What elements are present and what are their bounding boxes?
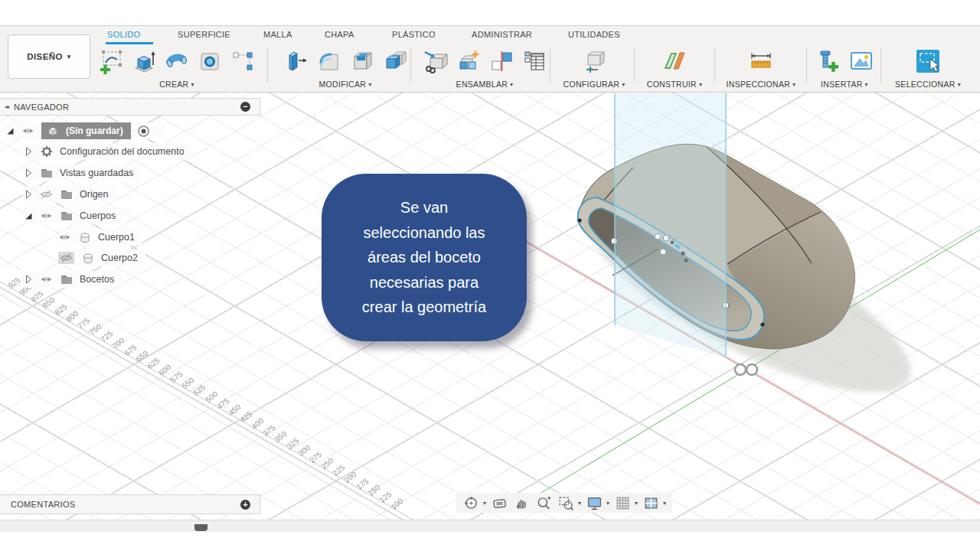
group-label-seleccionar[interactable]: SELECCIONAR▾ — [895, 80, 961, 89]
group-ensamblar: ENSAMBLAR▾ — [420, 45, 550, 89]
chevron-down-icon[interactable]: ▾ — [483, 500, 486, 507]
comments-header[interactable]: COMENTARIOS + — [0, 494, 260, 514]
root-component[interactable]: (Sin guardar) — [41, 122, 131, 139]
group-divider — [880, 47, 881, 83]
group-divider — [806, 47, 807, 83]
expanded-twisty-icon[interactable] — [23, 211, 34, 220]
press-pull-icon[interactable] — [282, 46, 311, 77]
group-label-construir[interactable]: CONSTRUIR▾ — [647, 80, 702, 89]
gear-icon — [40, 145, 53, 158]
collapsed-twisty-icon[interactable] — [23, 275, 34, 284]
tree-row-cuerpo2[interactable]: Cuerpo2 — [58, 249, 145, 266]
sketch-plane[interactable] — [615, 93, 726, 358]
group-divider — [714, 47, 715, 83]
group-seleccionar: SELECCIONAR▾ — [890, 45, 966, 89]
tree-row-origen[interactable]: Origen — [23, 186, 116, 203]
group-label-ensamblar[interactable]: ENSAMBLAR▾ — [456, 80, 514, 89]
group-inspeccionar: INSPECCIONAR▾ — [718, 45, 804, 89]
design-workspace-button[interactable]: DISEÑO ▾ — [8, 34, 90, 79]
tab-utilidades[interactable]: UTILIDADES — [568, 30, 620, 39]
derive-icon[interactable] — [421, 46, 450, 77]
hole-icon[interactable] — [195, 46, 224, 77]
group-divider — [550, 47, 550, 83]
group-label-insertar[interactable]: INSERTAR▾ — [821, 80, 868, 89]
construction-plane-icon[interactable] — [660, 46, 689, 77]
group-label-modificar[interactable]: MODIFICAR▾ — [319, 80, 372, 89]
group-configurar: CONFIGURAR▾ — [556, 45, 632, 89]
callout-line: crear la geometría — [362, 295, 486, 320]
tree-row-vistas[interactable]: Vistas guardadas — [23, 165, 141, 181]
eye-visible-icon[interactable] — [40, 211, 53, 220]
new-component-icon[interactable] — [454, 46, 483, 77]
collapsed-twisty-icon[interactable] — [23, 168, 34, 178]
fillet-icon[interactable] — [315, 46, 344, 77]
tab-plastico[interactable]: PLÁSTICO — [392, 30, 436, 39]
eye-hidden-icon[interactable] — [58, 252, 74, 264]
tab-superficie[interactable]: SUPERFICIE — [178, 30, 230, 39]
chevron-down-icon: ▾ — [792, 81, 795, 88]
revolve-icon[interactable] — [162, 46, 191, 77]
eye-visible-icon[interactable] — [58, 233, 71, 242]
expanded-twisty-icon[interactable] — [5, 126, 15, 135]
zoom-window-icon[interactable] — [556, 494, 577, 513]
look-at-icon[interactable] — [489, 494, 510, 513]
group-label-crear[interactable]: CREAR▾ — [159, 80, 194, 89]
chevron-down-icon[interactable]: ▾ — [606, 500, 609, 507]
collapsed-twisty-icon[interactable] — [23, 190, 34, 199]
add-comment-icon[interactable]: + — [240, 500, 250, 510]
folder-icon — [40, 168, 53, 178]
extrude-icon[interactable] — [129, 46, 158, 77]
fastener-icon[interactable] — [814, 46, 843, 77]
select-icon[interactable] — [913, 46, 942, 77]
configure-icon[interactable] — [580, 46, 609, 77]
chevron-down-icon[interactable]: ▾ — [578, 500, 581, 507]
tree-row-cuerpo1[interactable]: Cuerpo1 — [58, 229, 142, 246]
tab-malla[interactable]: MALLA — [263, 30, 292, 39]
timeline-strip[interactable] — [0, 520, 980, 533]
tab-chapa[interactable]: CHAPA — [325, 30, 354, 39]
component-activate-radio[interactable] — [137, 125, 150, 138]
image-icon[interactable] — [847, 46, 876, 77]
callout-line: necesarias para — [370, 270, 479, 295]
zoom-icon[interactable] — [534, 494, 554, 513]
group-label-configurar[interactable]: CONFIGURAR▾ — [564, 80, 626, 89]
tree-label: Cuerpo1 — [98, 232, 135, 243]
tab-administrar[interactable]: ADMINISTRAR — [472, 30, 532, 39]
timeline-handle[interactable] — [194, 524, 207, 531]
create-sketch-icon[interactable] — [96, 46, 126, 77]
eye-visible-icon[interactable] — [21, 126, 34, 135]
tree-row-cuerpos[interactable]: Cuerpos — [23, 207, 123, 224]
measure-icon[interactable] — [746, 46, 776, 77]
chevron-down-icon[interactable]: ▾ — [635, 500, 638, 507]
eye-visible-icon[interactable] — [40, 275, 53, 284]
tab-solido[interactable]: SOLIDO — [107, 30, 140, 39]
orbit-icon[interactable] — [461, 494, 482, 513]
group-label-inspeccionar[interactable]: INSPECCIONAR▾ — [727, 80, 796, 89]
navigator-header[interactable]: ◂◂ NAVEGADOR − — [0, 98, 260, 116]
collapse-panel-icon[interactable]: ◂◂ — [5, 103, 8, 110]
shell-icon[interactable] — [348, 46, 377, 77]
group-divider — [267, 47, 268, 83]
viewports-icon[interactable] — [641, 494, 662, 513]
tree-row-bocetos[interactable]: Bocetos — [23, 271, 122, 288]
combine-icon[interactable] — [381, 46, 410, 77]
pattern-icon[interactable] — [228, 46, 257, 77]
tree-row-configuracion[interactable]: Configuración del documento — [23, 143, 192, 160]
collapsed-twisty-icon[interactable] — [23, 147, 34, 156]
bom-icon[interactable] — [520, 46, 549, 77]
joint-icon[interactable] — [487, 46, 516, 77]
chevron-down-icon[interactable]: ▾ — [663, 500, 666, 507]
origin-icon[interactable] — [735, 364, 757, 375]
chevron-down-icon: ▾ — [510, 81, 513, 88]
group-divider — [634, 47, 635, 83]
folder-icon — [60, 189, 73, 200]
pan-icon[interactable] — [511, 494, 532, 513]
eye-hidden-icon[interactable] — [40, 189, 53, 200]
callout-line: áreas del boceto — [368, 245, 481, 270]
grid-settings-icon[interactable] — [612, 494, 633, 513]
tree-row-root[interactable]: (Sin guardar) — [5, 122, 165, 139]
collapse-all-icon[interactable]: − — [240, 102, 250, 112]
tree-label: Origen — [80, 189, 109, 200]
design-workspace-label: DISEÑO — [27, 52, 63, 61]
display-settings-icon[interactable] — [584, 494, 605, 513]
